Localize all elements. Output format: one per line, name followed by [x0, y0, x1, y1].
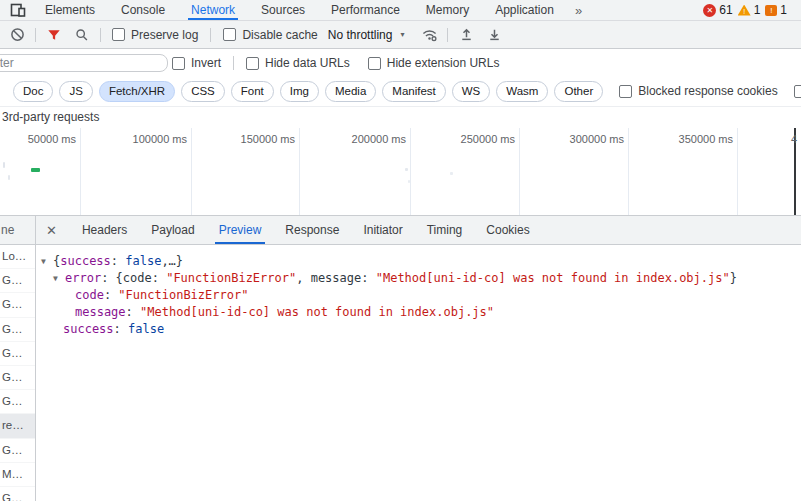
json-token: , — [296, 271, 310, 285]
detail-tabbar: ✕ HeadersPayloadPreviewResponseInitiator… — [36, 216, 801, 245]
tab-memory[interactable]: Memory — [413, 0, 482, 20]
json-token: : — [104, 288, 118, 302]
timeline-tick-label: 250000 ms — [461, 133, 515, 145]
clear-network-log-icon[interactable] — [6, 24, 28, 46]
filter-icon[interactable] — [43, 24, 65, 46]
preserve-log-checkbox[interactable] — [112, 28, 125, 41]
detail-tab-cookies[interactable]: Cookies — [474, 216, 541, 244]
request-row[interactable]: G… — [0, 293, 35, 317]
tab-network[interactable]: Network — [178, 0, 248, 20]
hide-data-urls-checkbox[interactable] — [246, 57, 259, 70]
chip-ws[interactable]: WS — [452, 81, 491, 102]
timeline-tick-label: 300000 ms — [570, 133, 624, 145]
waterfall-mark — [450, 172, 453, 175]
blocked-requests-checkbox[interactable] — [794, 85, 801, 98]
chip-font[interactable]: Font — [231, 81, 274, 102]
search-icon[interactable] — [71, 24, 93, 46]
tab-sources[interactable]: Sources — [248, 0, 318, 20]
divider — [100, 28, 101, 42]
error-count-badge[interactable]: ✕ 61 — [703, 3, 732, 17]
detail-tab-response[interactable]: Response — [273, 216, 351, 244]
json-token: message — [75, 305, 126, 319]
divider — [233, 56, 234, 70]
invert-checkbox[interactable] — [172, 57, 185, 70]
json-token: ,…} — [161, 254, 183, 268]
close-icon[interactable]: ✕ — [36, 223, 70, 238]
json-line[interactable]: success: false — [36, 321, 801, 338]
expand-arrow-icon[interactable]: ▼ — [41, 253, 53, 270]
tab-console[interactable]: Console — [108, 0, 178, 20]
error-count: 61 — [719, 3, 732, 17]
chip-js[interactable]: JS — [59, 81, 92, 102]
preserve-log-label: Preserve log — [131, 28, 198, 42]
chip-img[interactable]: Img — [280, 81, 319, 102]
json-token: error — [65, 271, 101, 285]
issue-count-badge[interactable]: ! 1 — [765, 3, 787, 17]
detail-tab-initiator[interactable]: Initiator — [351, 216, 414, 244]
tab-application[interactable]: Application — [482, 0, 567, 20]
network-conditions-icon[interactable] — [418, 24, 440, 46]
disable-cache-checkbox[interactable] — [223, 28, 236, 41]
request-row[interactable]: G… — [0, 487, 35, 501]
request-row[interactable]: G… — [0, 342, 35, 366]
waterfall-mark — [405, 168, 408, 171]
request-row[interactable]: G… — [0, 366, 35, 390]
timeline-tick-label: 200000 ms — [352, 133, 406, 145]
tab-performance[interactable]: Performance — [318, 0, 413, 20]
json-line[interactable]: code: "FunctionBizError" — [36, 287, 801, 304]
json-token: "Method[uni-id-co] was not found in inde… — [140, 305, 494, 319]
more-tabs-icon[interactable]: » — [567, 3, 589, 18]
chip-media[interactable]: Media — [325, 81, 376, 102]
request-detail-panel: ✕ HeadersPayloadPreviewResponseInitiator… — [36, 216, 801, 501]
device-toolbar-icon[interactable] — [10, 2, 26, 18]
filter-input[interactable] — [0, 54, 168, 72]
timeline-gridline — [737, 128, 738, 215]
timeline-tick-label: 50000 ms — [28, 133, 76, 145]
chip-doc[interactable]: Doc — [13, 81, 53, 102]
request-row[interactable]: re… — [0, 414, 35, 438]
detail-tab-payload[interactable]: Payload — [139, 216, 206, 244]
json-token: : — [111, 254, 125, 268]
request-row[interactable]: G… — [0, 390, 35, 414]
chip-other[interactable]: Other — [554, 81, 603, 102]
json-line[interactable]: message: "Method[uni-id-co] was not foun… — [36, 304, 801, 321]
name-column-header[interactable]: ne — [0, 216, 35, 245]
timeline-tick-label: 100000 ms — [133, 133, 187, 145]
chip-wasm[interactable]: Wasm — [496, 81, 548, 102]
network-overview-timeline[interactable]: 50000 ms100000 ms150000 ms200000 ms25000… — [0, 128, 801, 216]
detail-tab-timing[interactable]: Timing — [415, 216, 475, 244]
request-row[interactable]: G… — [0, 318, 35, 342]
request-row[interactable]: Lo… — [0, 245, 35, 269]
json-line[interactable]: ▼{success: false,…} — [36, 253, 801, 270]
throttling-value: No throttling — [328, 28, 393, 42]
json-token: code: — [123, 271, 166, 285]
chevron-down-icon: ▾ — [400, 30, 404, 39]
hide-extension-urls-label: Hide extension URLs — [387, 56, 500, 70]
detail-tab-headers[interactable]: Headers — [70, 216, 139, 244]
timeline-tick-label: 4 — [791, 133, 797, 145]
export-har-icon[interactable] — [483, 24, 505, 46]
request-row[interactable]: G… — [0, 439, 35, 463]
timeline-gridline — [299, 128, 300, 215]
throttling-select[interactable]: No throttling ▾ — [328, 28, 405, 42]
json-token: false — [125, 254, 161, 268]
chip-fetch-xhr[interactable]: Fetch/XHR — [99, 81, 175, 102]
json-token: } — [730, 271, 737, 285]
timeline-gridline — [628, 128, 629, 215]
json-token: "FunctionBizError" — [166, 271, 296, 285]
request-row[interactable]: M… — [0, 463, 35, 487]
request-row[interactable]: G… — [0, 269, 35, 293]
json-token: code — [75, 288, 104, 302]
error-icon: ✕ — [703, 4, 716, 17]
tab-elements[interactable]: Elements — [32, 0, 108, 20]
import-har-icon[interactable] — [455, 24, 477, 46]
json-line[interactable]: ▼error: {code: "FunctionBizError", messa… — [36, 270, 801, 287]
invert-label: Invert — [191, 56, 221, 70]
hide-extension-urls-checkbox[interactable] — [368, 57, 381, 70]
chip-css[interactable]: CSS — [181, 81, 225, 102]
chip-manifest[interactable]: Manifest — [382, 81, 445, 102]
warning-count-badge[interactable]: ! 1 — [738, 3, 761, 17]
detail-tab-preview[interactable]: Preview — [207, 216, 274, 244]
expand-arrow-icon[interactable]: ▼ — [53, 270, 65, 287]
blocked-response-cookies-checkbox[interactable] — [619, 85, 632, 98]
